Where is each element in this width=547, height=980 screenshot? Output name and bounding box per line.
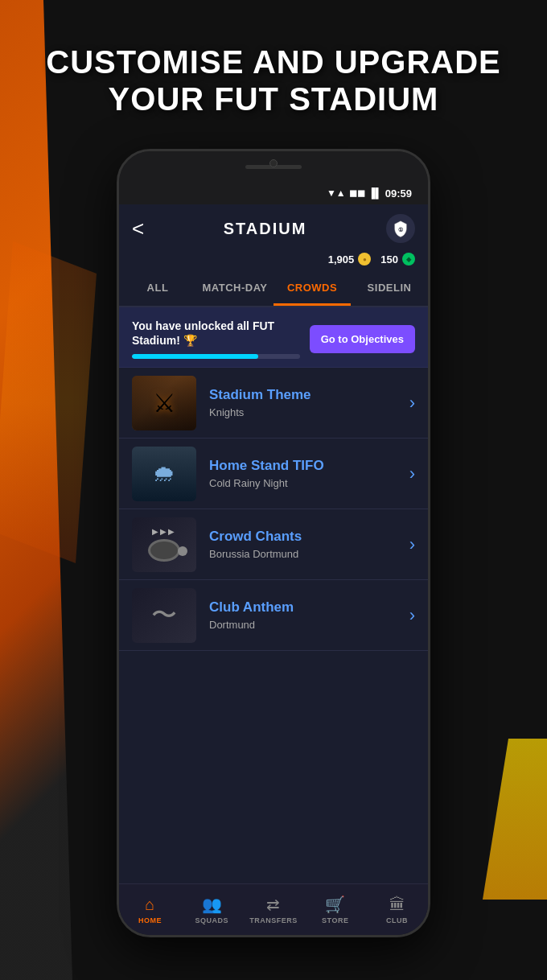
knight-icon: ⚔	[153, 388, 176, 418]
club-anthem-thumbnail: 〜	[132, 588, 196, 643]
progress-bar-outer	[132, 354, 300, 359]
club-anthem-info: Club Anthem Dortmund	[209, 599, 397, 631]
page-title: STADIUM	[224, 220, 307, 238]
coin-icon: ●	[358, 253, 371, 266]
nav-item-store[interactable]: 🛒 STORE	[304, 884, 366, 935]
screen-content: < STADIUM ① 1,905 ● 150 ◆ ALL MATCH-D	[119, 204, 428, 935]
tifo-title: Home Stand TIFO	[209, 458, 397, 474]
rain-thumb: 🌧	[132, 447, 196, 501]
crowd-chants-info: Crowd Chants Borussia Dortmund	[209, 529, 397, 560]
progress-bar-inner	[132, 354, 258, 359]
items-list: ⚔ Stadium Theme Knights › 🌧 Home Stand T	[119, 368, 428, 883]
signal-icon: ◼◼	[349, 187, 365, 199]
home-label: HOME	[138, 916, 162, 924]
status-icons: ▼▲ ◼◼ ▐▌ 09:59	[327, 187, 412, 200]
club-anthem-subtitle: Dortmund	[209, 619, 397, 631]
points-icon: ◆	[402, 253, 415, 266]
svg-text:①: ①	[398, 226, 404, 233]
objectives-button[interactable]: Go to Objectives	[310, 325, 415, 353]
wifi-icon: ▼▲	[327, 187, 346, 199]
chevron-right-icon: ›	[409, 393, 415, 414]
stadium-theme-info: Stadium Theme Knights	[209, 387, 397, 418]
phone-frame: ▼▲ ◼◼ ▐▌ 09:59 < STADIUM ① 1,905 ●	[117, 149, 430, 937]
squads-icon: 👥	[202, 895, 222, 914]
arrows-icon: ▶▶▶	[152, 527, 176, 536]
tifo-subtitle: Cold Rainy Night	[209, 477, 397, 489]
nav-item-club[interactable]: 🏛 CLUB	[366, 884, 428, 935]
list-item[interactable]: 〜 Club Anthem Dortmund ›	[119, 580, 428, 651]
coins-value: 1,905	[328, 253, 355, 266]
points-display: 150 ◆	[380, 253, 415, 266]
crowd-thumb: ▶▶▶	[132, 517, 196, 572]
tifo-info: Home Stand TIFO Cold Rainy Night	[209, 458, 397, 489]
nav-item-home[interactable]: ⌂ HOME	[119, 884, 181, 935]
phone-camera	[269, 159, 278, 167]
shield-icon-button[interactable]: ①	[386, 214, 415, 243]
heading-line1: CUSTOMISE AND UPGRADE	[46, 44, 501, 80]
currency-bar: 1,905 ● 150 ◆	[119, 249, 428, 272]
nav-item-transfers[interactable]: ⇄ TRANSFERS	[243, 884, 305, 935]
unlock-text: You have unlocked all FUT Stadium! 🏆	[132, 319, 300, 348]
club-label: CLUB	[386, 916, 408, 924]
crowd-chants-thumbnail: ▶▶▶	[132, 517, 196, 572]
hero-heading: CUSTOMISE AND UPGRADE YOUR FUT STADIUM	[0, 0, 547, 161]
rain-figure-icon: 🌧	[153, 460, 175, 487]
anthem-icon: 〜	[151, 598, 177, 633]
status-time: 09:59	[385, 187, 412, 200]
app-header: < STADIUM ①	[119, 204, 428, 249]
unlock-text-area: You have unlocked all FUT Stadium! 🏆	[132, 319, 300, 359]
bg-figure-decoration	[0, 241, 97, 563]
club-icon: 🏛	[389, 896, 405, 914]
tifo-thumbnail: 🌧	[132, 447, 196, 501]
transfers-label: TRANSFERS	[249, 916, 298, 924]
tab-sidelin[interactable]: SIDELIN	[351, 272, 428, 306]
drum-icon	[148, 539, 180, 562]
battery-icon: ▐▌	[368, 187, 382, 199]
crowd-chants-subtitle: Borussia Dortmund	[209, 548, 397, 560]
stadium-theme-thumbnail: ⚔	[132, 376, 196, 430]
transfers-icon: ⇄	[266, 895, 280, 914]
tab-crowds[interactable]: CROWDS	[274, 272, 351, 306]
bg-accent-right	[483, 739, 547, 900]
tabs-bar: ALL MATCH-DAY CROWDS SIDELIN	[119, 272, 428, 307]
list-item[interactable]: ▶▶▶ Crowd Chants Borussia Dortmund ›	[119, 509, 428, 580]
stadium-theme-title: Stadium Theme	[209, 387, 397, 403]
knights-thumb: ⚔	[132, 376, 196, 430]
home-icon: ⌂	[145, 896, 154, 914]
squads-label: SQUADS	[195, 916, 228, 924]
store-icon: 🛒	[325, 895, 345, 914]
heading-line2: YOUR FUT STADIUM	[109, 81, 439, 117]
tab-all[interactable]: ALL	[119, 272, 196, 306]
unlock-banner: You have unlocked all FUT Stadium! 🏆 Go …	[119, 307, 428, 368]
stadium-theme-subtitle: Knights	[209, 406, 397, 418]
status-bar: ▼▲ ◼◼ ▐▌ 09:59	[119, 182, 428, 204]
chevron-right-icon: ›	[409, 605, 415, 626]
points-value: 150	[380, 253, 398, 266]
list-item[interactable]: ⚔ Stadium Theme Knights ›	[119, 368, 428, 439]
shield-icon: ①	[392, 220, 409, 237]
store-label: STORE	[322, 916, 348, 924]
tab-match-day[interactable]: MATCH-DAY	[196, 272, 274, 306]
heading-text: CUSTOMISE AND UPGRADE YOUR FUT STADIUM	[14, 43, 533, 117]
chevron-right-icon: ›	[409, 534, 415, 555]
chevron-right-icon: ›	[409, 463, 415, 484]
crowd-chants-title: Crowd Chants	[209, 529, 397, 545]
bottom-nav: ⌂ HOME 👥 SQUADS ⇄ TRANSFERS 🛒 STORE 🏛 CL…	[119, 883, 428, 935]
club-anthem-title: Club Anthem	[209, 599, 397, 616]
coins-display: 1,905 ●	[328, 253, 372, 266]
back-button[interactable]: <	[132, 218, 144, 239]
nav-item-squads[interactable]: 👥 SQUADS	[181, 884, 243, 935]
anthem-thumb: 〜	[132, 588, 196, 643]
phone-top-bar	[119, 151, 428, 182]
list-item[interactable]: 🌧 Home Stand TIFO Cold Rainy Night ›	[119, 439, 428, 509]
